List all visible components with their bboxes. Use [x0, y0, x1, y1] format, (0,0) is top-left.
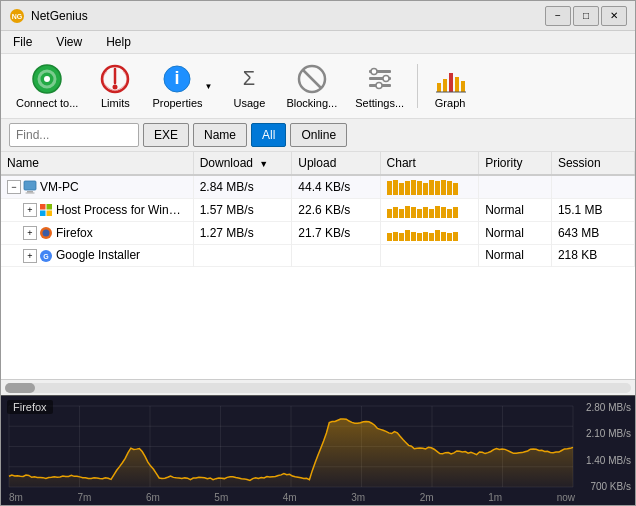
upload-value: 22.6 KB/s — [292, 199, 380, 222]
blocking-label: Blocking... — [286, 97, 337, 109]
svg-rect-22 — [455, 77, 459, 92]
svg-point-33 — [43, 230, 50, 237]
table-row: +GGoogle Installer — [1, 245, 193, 267]
graph-y-label-1: 2.80 MB/s — [586, 402, 631, 413]
graph-canvas — [1, 396, 635, 505]
table-row: −VM-PC — [1, 175, 193, 199]
chart-bar — [405, 206, 410, 219]
chart-bar — [441, 232, 446, 242]
scrollbar-thumb[interactable] — [5, 383, 35, 393]
upload-value: 44.4 KB/s — [292, 175, 380, 199]
chart-bar — [447, 209, 452, 219]
maximize-button[interactable]: □ — [573, 6, 599, 26]
chart-bar — [399, 183, 404, 196]
svg-point-14 — [371, 69, 377, 75]
settings-button[interactable]: Settings... — [348, 58, 411, 114]
priority-value — [479, 175, 552, 199]
col-header-name[interactable]: Name — [1, 152, 193, 175]
chart-bar — [393, 180, 398, 196]
computer-icon — [23, 180, 37, 194]
chart-bar — [393, 232, 398, 242]
col-header-chart[interactable]: Chart — [380, 152, 479, 175]
session-value — [551, 175, 634, 199]
chart-bar — [399, 233, 404, 241]
col-header-upload[interactable]: Upload — [292, 152, 380, 175]
priority-value: Normal — [479, 222, 552, 245]
chart-bars — [387, 202, 473, 218]
svg-text:i: i — [175, 68, 180, 88]
chart-bar — [417, 181, 422, 195]
connect-button[interactable]: Connect to... — [9, 58, 85, 114]
svg-rect-28 — [40, 204, 46, 210]
col-header-download[interactable]: Download ▼ — [193, 152, 292, 175]
chart-bar — [417, 233, 422, 241]
table-row: +Host Process for Windows ... — [1, 199, 193, 222]
chart-cell — [380, 175, 479, 199]
session-value: 218 KB — [551, 245, 634, 267]
chart-bar — [387, 209, 392, 219]
graph-x-2m: 2m — [420, 492, 434, 503]
connect-icon — [31, 63, 63, 95]
menu-view[interactable]: View — [50, 33, 88, 51]
graph-y-label-4: 700 KB/s — [586, 481, 631, 492]
usage-icon: Σ — [233, 63, 265, 95]
graph-label: Graph — [435, 97, 466, 109]
chart-bar — [399, 209, 404, 219]
blocking-button[interactable]: Blocking... — [279, 58, 344, 114]
graph-panel: Firefox 2.80 MB/s 2.10 MB/s 1.40 MB/s 70… — [1, 395, 635, 505]
connect-label: Connect to... — [16, 97, 78, 109]
chart-bars — [387, 225, 473, 241]
close-button[interactable]: ✕ — [601, 6, 627, 26]
menu-help[interactable]: Help — [100, 33, 137, 51]
session-value: 643 MB — [551, 222, 634, 245]
process-name: Google Installer — [56, 248, 140, 262]
menu-file[interactable]: File — [7, 33, 38, 51]
graph-x-6m: 6m — [146, 492, 160, 503]
col-header-session[interactable]: Session — [551, 152, 634, 175]
usage-label: Usage — [234, 97, 266, 109]
expand-child-button[interactable]: + — [23, 249, 37, 263]
minimize-button[interactable]: − — [545, 6, 571, 26]
limits-button[interactable]: Limits — [89, 58, 141, 114]
svg-text:G: G — [43, 253, 49, 260]
chart-bar — [411, 207, 416, 218]
graph-x-8m: 8m — [9, 492, 23, 503]
title-bar: NG NetGenius − □ ✕ — [1, 1, 635, 31]
expand-child-button[interactable]: + — [23, 226, 37, 240]
filter-name-button[interactable]: Name — [193, 123, 247, 147]
svg-point-4 — [44, 76, 50, 82]
chart-bar — [453, 232, 458, 242]
col-header-priority[interactable]: Priority — [479, 152, 552, 175]
search-input[interactable] — [9, 123, 139, 147]
session-value: 15.1 MB — [551, 199, 634, 222]
filter-online-button[interactable]: Online — [290, 123, 347, 147]
properties-dropdown-arrow: ▼ — [205, 82, 213, 91]
properties-button[interactable]: i Properties ▼ — [145, 58, 219, 114]
horizontal-scrollbar[interactable] — [1, 379, 635, 395]
chart-bar — [411, 232, 416, 242]
graph-x-3m: 3m — [351, 492, 365, 503]
graph-button[interactable]: Graph — [424, 58, 476, 114]
blocking-icon — [296, 63, 328, 95]
svg-rect-25 — [24, 181, 36, 190]
expand-child-button[interactable]: + — [23, 203, 37, 217]
priority-value: Normal — [479, 245, 552, 267]
expand-button[interactable]: − — [7, 180, 21, 194]
usage-button[interactable]: Σ Usage — [223, 58, 275, 114]
graph-x-7m: 7m — [77, 492, 91, 503]
chart-bar — [441, 207, 446, 218]
chart-bars — [387, 179, 473, 195]
graph-y-axis: 2.80 MB/s 2.10 MB/s 1.40 MB/s 700 KB/s — [586, 402, 631, 492]
graph-x-4m: 4m — [283, 492, 297, 503]
upload-value — [292, 245, 380, 267]
graph-icon — [434, 63, 466, 95]
filter-exe-button[interactable]: EXE — [143, 123, 189, 147]
settings-icon — [364, 63, 396, 95]
graph-y-label-2: 2.10 MB/s — [586, 428, 631, 439]
toolbar: Connect to... Limits i — [1, 54, 635, 119]
properties-icon: i — [161, 63, 193, 95]
chart-cell — [380, 245, 479, 267]
chart-bar — [387, 233, 392, 241]
table-row: +Firefox — [1, 222, 193, 245]
filter-all-button[interactable]: All — [251, 123, 286, 147]
